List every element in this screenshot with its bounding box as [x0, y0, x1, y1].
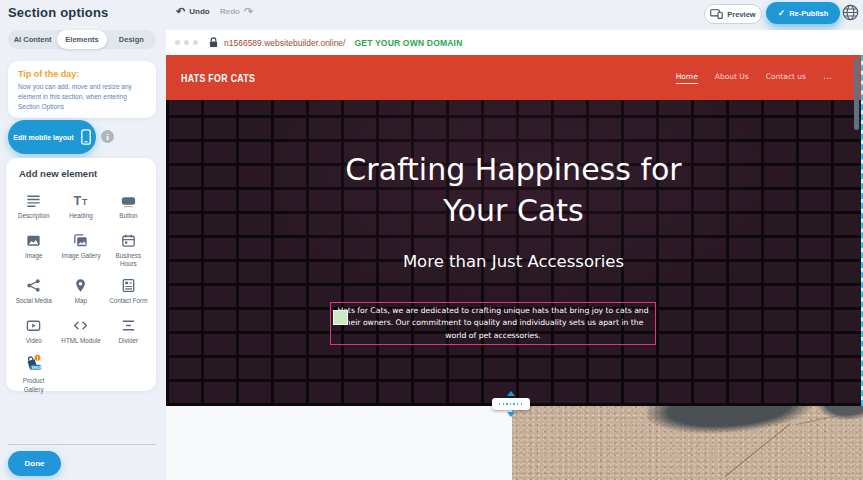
- lock-icon: [209, 37, 218, 48]
- mobile-phone-icon: [81, 129, 91, 145]
- element-item-label: Description: [18, 212, 50, 220]
- site-url[interactable]: n1566589.websitebuilder.online/: [224, 38, 345, 48]
- nav-contact-us[interactable]: Contact us: [766, 72, 806, 83]
- image-icon: [25, 231, 42, 249]
- page-title: Section options: [8, 5, 109, 20]
- description-element-selected[interactable]: Hats for Cats, we are dedicated to craft…: [330, 302, 656, 345]
- divider-icon: [120, 316, 137, 334]
- info-icon[interactable]: i: [101, 130, 114, 143]
- element-item-label: Business Hours: [107, 252, 149, 268]
- element-item-label: Social Media: [16, 297, 52, 305]
- preview-scrollbar[interactable]: [854, 58, 859, 130]
- element-item-label: Image: [25, 252, 43, 260]
- svg-text:T: T: [74, 193, 82, 208]
- heading-icon: TT: [72, 191, 89, 209]
- element-item-label: Contact Form: [109, 297, 147, 305]
- preview-button[interactable]: Preview: [704, 4, 762, 24]
- site-nav: Home About Us Contact us ⋯: [676, 55, 833, 100]
- get-your-own-domain-link[interactable]: GET YOUR OWN DOMAIN: [354, 38, 462, 48]
- svg-text:T: T: [82, 197, 88, 207]
- section-resize-handle[interactable]: [492, 398, 530, 410]
- element-item-map[interactable]: Map: [57, 270, 104, 308]
- hero-section: Crafting Happiness for Your Cats More th…: [166, 100, 861, 406]
- tab-label: AI Content: [14, 35, 52, 44]
- window-dot: [184, 40, 189, 45]
- devices-icon: [710, 9, 723, 19]
- product-gallery-icon: SHOP: [23, 356, 45, 374]
- element-drag-handle[interactable]: [333, 310, 348, 325]
- undo-button[interactable]: ↶ Undo: [176, 6, 210, 17]
- site-header: HATS FOR CATS Home About Us Contact us ⋯: [166, 55, 861, 100]
- republish-button[interactable]: ✓ Re-Publish: [766, 2, 840, 24]
- element-item-image-gallery[interactable]: Image Gallery: [57, 225, 104, 268]
- check-icon: ✓: [778, 8, 786, 18]
- site-preview-section: HATS FOR CATS Home About Us Contact us ⋯…: [166, 55, 863, 406]
- description-icon: [25, 191, 42, 209]
- nav-about-us[interactable]: About Us: [715, 72, 749, 83]
- tab-design[interactable]: Design: [107, 30, 156, 49]
- site-description: Hats for Cats, we are dedicated to craft…: [337, 305, 649, 342]
- map-icon: [72, 276, 89, 294]
- nav-home[interactable]: Home: [676, 72, 698, 84]
- tab-elements[interactable]: Elements: [57, 30, 106, 49]
- site-logo[interactable]: HATS FOR CATS: [181, 72, 255, 84]
- redo-icon: ↷: [244, 6, 253, 17]
- app-window: Section options ↶ Undo Redo ↷ Preview ✓ …: [0, 0, 863, 480]
- element-item-html-module[interactable]: HTML Module: [57, 310, 104, 348]
- element-item-divider[interactable]: Divider: [105, 310, 152, 348]
- done-button[interactable]: Done: [8, 451, 61, 476]
- done-label: Done: [25, 459, 45, 468]
- element-item-label: Divider: [119, 337, 139, 345]
- social-media-icon: [25, 276, 42, 294]
- resize-arrow-up-icon: [507, 391, 515, 396]
- element-item-image[interactable]: Image: [10, 225, 57, 268]
- hero-title[interactable]: Crafting Happiness for Your Cats: [314, 150, 714, 231]
- tab-label: Design: [119, 35, 144, 44]
- next-section-image: [512, 406, 863, 480]
- element-grid: Description TT Heading Button Image: [6, 183, 156, 396]
- tip-body: Now you can add, move and resize any ele…: [18, 82, 147, 112]
- tab-label: Elements: [65, 35, 98, 44]
- tab-ai-content[interactable]: AI Content: [8, 30, 57, 49]
- business-hours-icon: [120, 231, 137, 249]
- video-icon: [25, 316, 42, 334]
- element-item-description[interactable]: Description: [10, 185, 57, 223]
- element-item-contact-form[interactable]: Contact Form: [105, 270, 152, 308]
- next-section-blank: [166, 406, 512, 480]
- sidebar-tabs: AI Content Elements Design: [8, 30, 156, 49]
- contact-form-icon: [120, 276, 137, 294]
- edit-mobile-label: Edit mobile layout: [13, 134, 73, 141]
- window-dot: [175, 40, 180, 45]
- image-gallery-icon: [72, 231, 89, 249]
- add-element-title: Add new element: [19, 168, 156, 179]
- language-globe-icon[interactable]: [842, 4, 859, 21]
- resize-arrow-down-icon: [507, 412, 515, 417]
- image-shadow: [646, 406, 813, 438]
- undo-label: Undo: [189, 7, 209, 16]
- window-dot: [193, 40, 198, 45]
- element-item-product-gallery[interactable]: SHOP Product Gallery: [10, 350, 57, 393]
- hero-subtitle[interactable]: More than Just Accessories: [166, 252, 861, 271]
- element-item-label: Button: [119, 212, 137, 220]
- undo-icon: ↶: [176, 6, 185, 17]
- info-glyph: i: [106, 132, 109, 142]
- element-item-business-hours[interactable]: Business Hours: [105, 225, 152, 268]
- element-item-button[interactable]: Button: [105, 185, 152, 223]
- resize-handle-dots: [499, 403, 524, 405]
- redo-button[interactable]: Redo ↷: [220, 6, 253, 17]
- nav-more-icon[interactable]: ⋯: [823, 73, 833, 83]
- product-gallery-badge: SHOP: [31, 366, 42, 370]
- element-item-label: Map: [75, 297, 87, 305]
- tip-title: Tip of the day:: [18, 69, 156, 79]
- element-item-social-media[interactable]: Social Media: [10, 270, 57, 308]
- browser-bar: n1566589.websitebuilder.online/ GET YOUR…: [166, 30, 863, 55]
- republish-label: Re-Publish: [789, 9, 828, 18]
- edit-mobile-layout-button[interactable]: Edit mobile layout: [8, 120, 96, 154]
- tip-of-the-day-card: Tip of the day: Now you can add, move an…: [8, 61, 156, 118]
- element-item-heading[interactable]: TT Heading: [57, 185, 104, 223]
- element-item-video[interactable]: Video: [10, 310, 57, 348]
- element-item-label: Video: [26, 337, 42, 345]
- element-item-label: HTML Module: [61, 337, 100, 345]
- sidebar-divider: [8, 444, 156, 445]
- redo-label: Redo: [220, 7, 240, 16]
